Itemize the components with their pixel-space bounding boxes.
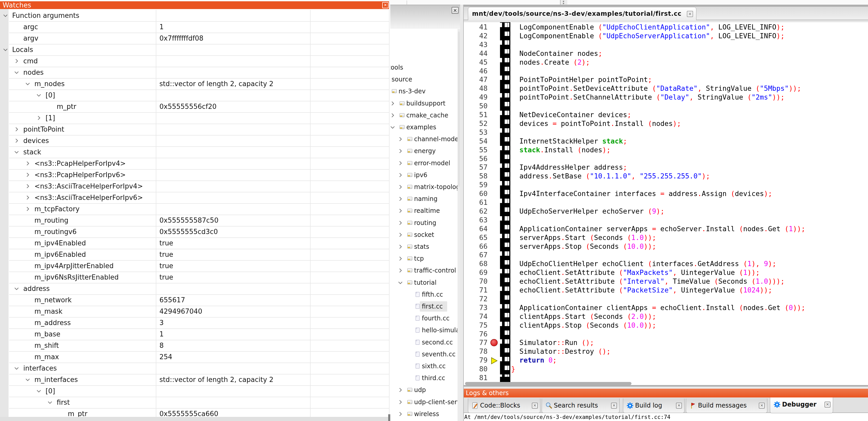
- tree-item-source[interactable]: source: [390, 73, 460, 85]
- tree-expander-icon[interactable]: [398, 172, 403, 178]
- watch-row[interactable]: m_nodesstd::vector of length 2, capacity…: [0, 78, 389, 90]
- watch-expander-icon[interactable]: [14, 138, 20, 143]
- watch-expander-icon[interactable]: [36, 115, 42, 121]
- watch-row[interactable]: m_network655617: [0, 294, 389, 306]
- watch-expander-icon[interactable]: [14, 126, 20, 132]
- tree-item-second-cc[interactable]: second.cc: [390, 336, 460, 348]
- editor-hscrollbar-thumb[interactable]: [465, 382, 631, 385]
- tree-item-tutorial[interactable]: tutorial: [390, 277, 460, 289]
- tree-item-naming[interactable]: naming: [390, 193, 460, 205]
- tree-item-ns-3-dev[interactable]: ns-3-dev: [390, 85, 460, 97]
- tree-item-channel-models[interactable]: channel-models: [390, 133, 460, 145]
- tree-expander-icon[interactable]: [390, 101, 396, 106]
- watch-row[interactable]: <ns3::PcapHelperForIpv6>: [0, 169, 389, 181]
- watch-row[interactable]: [0]: [0, 385, 389, 397]
- watch-row[interactable]: m_address3: [0, 317, 389, 328]
- tree-item-fifth-cc[interactable]: fifth.cc: [390, 289, 460, 300]
- watch-row[interactable]: first: [0, 397, 389, 408]
- logs-pane-titlebar[interactable]: Logs & others: [464, 389, 868, 397]
- tree-expander-icon[interactable]: [398, 256, 403, 261]
- watch-row[interactable]: devices: [0, 135, 389, 147]
- watch-row[interactable]: interfaces: [0, 362, 389, 374]
- tree-item-cmake-cache[interactable]: cmake_cache: [390, 109, 460, 121]
- tree-expander-icon[interactable]: [390, 112, 396, 118]
- tree-item-fourth-cc[interactable]: fourth.cc: [390, 313, 460, 324]
- watches-hscrollbar[interactable]: [0, 417, 390, 421]
- projects-pane-close-icon[interactable]: ✕: [452, 7, 459, 14]
- log-tab-close-icon[interactable]: ✕: [825, 401, 831, 408]
- tree-expander-icon[interactable]: [398, 399, 403, 405]
- tree-expander-icon[interactable]: [398, 411, 403, 417]
- watch-row[interactable]: m_mask4294967040: [0, 306, 389, 317]
- tree-item-stats[interactable]: stats: [390, 241, 460, 253]
- tree-item-tcp[interactable]: tcp: [390, 253, 460, 264]
- tree-item-ipv6[interactable]: ipv6: [390, 169, 460, 181]
- watch-expander-icon[interactable]: [14, 70, 20, 75]
- log-tab-code-blocks[interactable]: Code::Blocks✕: [468, 398, 540, 413]
- tree-expander-icon[interactable]: [398, 244, 403, 250]
- watch-row[interactable]: m_tcpFactory: [0, 203, 389, 215]
- tree-expander-icon[interactable]: [398, 136, 403, 142]
- tree-expander-icon[interactable]: [398, 160, 403, 166]
- tree-item-examples[interactable]: examples: [390, 121, 460, 133]
- editor-hscrollbar-track[interactable]: [464, 387, 868, 389]
- watch-row[interactable]: pointToPoint: [0, 124, 389, 135]
- watch-row[interactable]: m_routing0x555555587c50: [0, 215, 389, 226]
- watch-expander-icon[interactable]: [14, 149, 20, 155]
- tree-item-hello-simulator-cc[interactable]: hello-simulator.cc: [390, 324, 460, 336]
- tree-item-energy[interactable]: energy: [390, 145, 460, 157]
- watch-row[interactable]: m_shift8: [0, 340, 389, 351]
- tree-item-tools[interactable]: tools: [390, 62, 460, 73]
- watch-row[interactable]: [0]: [0, 90, 389, 101]
- watch-row[interactable]: argv0x7fffffffdf08: [0, 33, 389, 44]
- tree-item-udp[interactable]: udp: [390, 384, 460, 396]
- watch-row[interactable]: Function arguments: [0, 10, 389, 21]
- watch-expander-icon[interactable]: [14, 365, 20, 371]
- tree-expander-icon[interactable]: [398, 280, 403, 286]
- watch-row[interactable]: m_routingv60x5555555cd3c0: [0, 226, 389, 237]
- log-tab-build-log[interactable]: Build log✕: [623, 398, 684, 413]
- tree-item-third-cc[interactable]: third.cc: [390, 372, 460, 384]
- tree-item-first-cc[interactable]: first.cc: [390, 300, 460, 313]
- watch-expander-icon[interactable]: [25, 206, 31, 212]
- tree-vertical-scrollbar[interactable]: [458, 29, 460, 421]
- watch-row[interactable]: m_ptr0x55555556cf20: [0, 101, 389, 112]
- tree-item-wireless[interactable]: wireless: [390, 408, 460, 420]
- watch-expander-icon[interactable]: [3, 13, 8, 19]
- watch-expander-icon[interactable]: [25, 195, 31, 200]
- watch-row[interactable]: <ns3::PcapHelperForIpv4>: [0, 158, 389, 169]
- code-text-area[interactable]: LogComponentEnable ("UdpEchoClientApplic…: [464, 5, 868, 389]
- watch-row[interactable]: address: [0, 283, 389, 294]
- watch-row[interactable]: m_ipv4ArpJitterEnabledtrue: [0, 260, 389, 271]
- watch-row[interactable]: m_ptr0x5555555ca660: [0, 408, 389, 417]
- tree-item-realtime[interactable]: realtime: [390, 205, 460, 217]
- tree-expander-icon[interactable]: [398, 196, 403, 202]
- watch-row[interactable]: m_interfacesstd::vector of length 2, cap…: [0, 374, 389, 385]
- tree-item-routing[interactable]: routing: [390, 217, 460, 229]
- tree-expander-icon[interactable]: [390, 124, 396, 130]
- tree-expander-icon[interactable]: [398, 387, 403, 393]
- watch-expander-icon[interactable]: [25, 377, 31, 383]
- watch-row[interactable]: m_max254: [0, 351, 389, 362]
- tree-item-sixth-cc[interactable]: sixth.cc: [390, 360, 460, 372]
- watch-row[interactable]: m_ipv4Enabledtrue: [0, 237, 389, 249]
- watch-expander-icon[interactable]: [14, 58, 20, 64]
- tree-item-error-model[interactable]: error-model: [390, 157, 460, 169]
- tree-expander-icon[interactable]: [398, 208, 403, 214]
- watches-close-icon[interactable]: ✕: [382, 2, 389, 8]
- watch-expander-icon[interactable]: [25, 81, 31, 87]
- tree-item-socket[interactable]: socket: [390, 229, 460, 241]
- watch-row[interactable]: argc1: [0, 21, 389, 33]
- tree-item-seventh-cc[interactable]: seventh.cc: [390, 348, 460, 360]
- tree-expander-icon[interactable]: [398, 268, 403, 273]
- watch-row[interactable]: Locals: [0, 44, 389, 55]
- watch-row[interactable]: nodes: [0, 67, 389, 78]
- watch-expander-icon[interactable]: [25, 161, 31, 166]
- tree-item-buildsupport[interactable]: buildsupport: [390, 97, 460, 109]
- tree-expander-icon[interactable]: [398, 184, 403, 190]
- watch-row[interactable]: <ns3::AsciiTraceHelperForIpv4>: [0, 181, 389, 192]
- watch-row[interactable]: stack: [0, 147, 389, 158]
- watch-expander-icon[interactable]: [36, 388, 42, 394]
- log-tab-close-icon[interactable]: ✕: [759, 402, 765, 409]
- watch-expander-icon[interactable]: [25, 172, 31, 177]
